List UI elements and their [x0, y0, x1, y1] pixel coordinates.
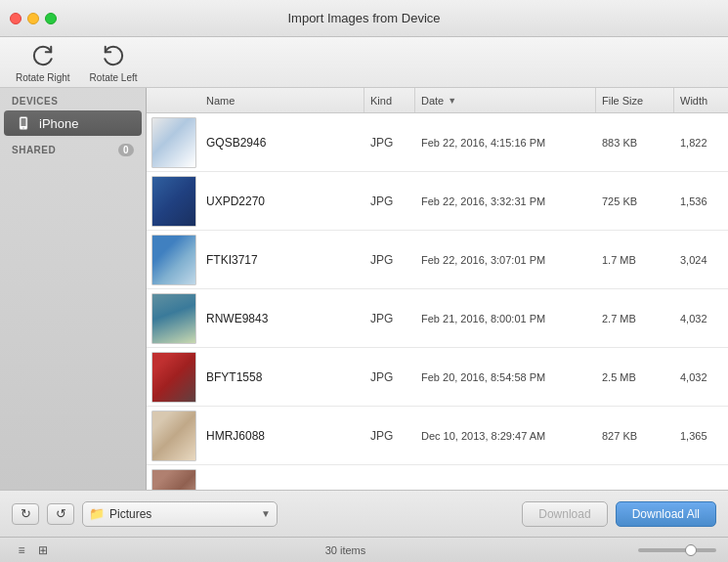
thumbnail-image [151, 352, 196, 403]
cell-date: Feb 20, 2016, 8:54:58 PM [415, 371, 596, 383]
table-row[interactable]: HMRJ6088 JPG Dec 10, 2013, 8:29:47 AM 82… [147, 407, 728, 465]
cell-kind: JPG [364, 370, 415, 384]
folder-select[interactable]: 📁 Pictures ▼ [82, 501, 278, 527]
shared-section-header: SHARED 0 [0, 136, 146, 160]
cell-size: 2.7 MB [596, 313, 674, 324]
file-panel: Name Kind Date ▼ File Size Width GQSB294… [147, 88, 728, 490]
date-sort-arrow: ▼ [448, 96, 456, 106]
title-bar: Import Images from Device [0, 0, 728, 37]
cell-date: Feb 22, 2016, 3:32:31 PM [415, 195, 596, 207]
cell-width: 1,822 [674, 137, 728, 149]
cell-kind: JPG [364, 253, 415, 267]
cell-name: RNWE9843 [200, 312, 364, 325]
main-content: DEVICES iPhone SHARED 0 Name [0, 88, 728, 490]
folder-icon: 📁 [89, 506, 105, 521]
thumbnail-image [151, 293, 196, 344]
folder-select-label: Pictures [109, 507, 256, 521]
table-body: GQSB2946 JPG Feb 22, 2016, 4:15:16 PM 88… [147, 113, 728, 490]
table-row[interactable]: GQSB2946 JPG Feb 22, 2016, 4:15:16 PM 88… [147, 113, 728, 172]
svg-point-2 [22, 127, 24, 129]
rotate-left-button[interactable]: Rotate Left [90, 42, 138, 83]
cell-thumbnail [147, 172, 200, 231]
cell-width: 1,536 [674, 195, 728, 207]
col-width[interactable]: Width [674, 88, 728, 112]
table-header: Name Kind Date ▼ File Size Width [147, 88, 728, 113]
view-buttons: ≡ ⊞ [12, 542, 53, 558]
svg-rect-1 [21, 118, 26, 126]
maximize-button[interactable] [45, 13, 57, 24]
table-row[interactable]: BFYT1558 JPG Feb 20, 2016, 8:54:58 PM 2.… [147, 348, 728, 407]
cell-date: Feb 21, 2016, 8:00:01 PM [415, 313, 596, 324]
cell-width: 3,024 [674, 254, 728, 266]
bottom-bar: ↻ ↺ 📁 Pictures ▼ Download Download All [0, 490, 728, 537]
zoom-thumb[interactable] [685, 544, 697, 556]
col-name[interactable]: Name [200, 88, 364, 112]
sidebar-item-iphone[interactable]: iPhone [4, 110, 142, 136]
devices-section-header: DEVICES [0, 88, 146, 110]
table-row[interactable]: RNWE9843 JPG Feb 21, 2016, 8:00:01 PM 2.… [147, 289, 728, 348]
rotate-ccw-small-button[interactable]: ↺ [47, 503, 74, 525]
cell-kind: JPG [364, 429, 415, 443]
col-date[interactable]: Date ▼ [415, 88, 596, 112]
devices-label: DEVICES [12, 96, 58, 107]
rotate-right-button[interactable]: Rotate Right [16, 42, 70, 83]
cell-date: Feb 22, 2016, 4:15:16 PM [415, 137, 596, 149]
cell-name: BFYT1558 [200, 370, 364, 384]
minimize-button[interactable] [27, 13, 39, 24]
rotate-right-icon [29, 42, 57, 69]
cell-thumbnail [147, 231, 200, 289]
window-title: Import Images from Device [287, 11, 440, 25]
download-button[interactable]: Download [522, 501, 607, 527]
thumbnail-image [151, 117, 196, 168]
cell-size: 827 KB [596, 430, 674, 442]
table-row[interactable]: UXPD2270 JPG Feb 22, 2016, 3:32:31 PM 72… [147, 172, 728, 231]
cell-size: 725 KB [596, 195, 674, 207]
cell-thumbnail [147, 289, 200, 348]
cell-date: Feb 22, 2016, 3:07:01 PM [415, 254, 596, 266]
rotate-right-label: Rotate Right [16, 72, 70, 83]
cell-size: 883 KB [596, 137, 674, 149]
toolbar: Rotate Right Rotate Left [0, 37, 728, 88]
close-button[interactable] [10, 13, 21, 24]
cell-kind: JPG [364, 136, 415, 150]
rotate-left-label: Rotate Left [90, 72, 138, 83]
status-items-count: 30 items [63, 544, 628, 556]
cell-width: 4,032 [674, 371, 728, 383]
cell-kind: JPG [364, 312, 415, 325]
folder-chevron-icon: ▼ [261, 508, 271, 519]
rotate-left-icon [100, 42, 127, 69]
rotate-cw-small-button[interactable]: ↻ [12, 503, 39, 525]
cell-size: 1.7 MB [596, 254, 674, 266]
shared-badge: 0 [118, 144, 134, 156]
cell-name: HMRJ6088 [200, 429, 364, 443]
thumbnail-image [151, 411, 196, 461]
col-kind[interactable]: Kind [364, 88, 415, 112]
thumbnail-image [151, 469, 196, 491]
download-all-button[interactable]: Download All [616, 501, 716, 527]
status-bar: ≡ ⊞ 30 items [0, 537, 728, 562]
thumbnail-image [151, 176, 196, 227]
cell-thumbnail [147, 407, 200, 465]
cell-name: FTKI3717 [200, 253, 364, 267]
shared-label: SHARED [12, 145, 56, 155]
cell-width: 4,032 [674, 313, 728, 324]
zoom-slider[interactable] [638, 548, 716, 552]
col-file-size[interactable]: File Size [596, 88, 674, 112]
sidebar-iphone-label: iPhone [39, 116, 78, 131]
table-row[interactable]: AFER4024 JPG Dec 10, 2013, 8:22:07 AM 75… [147, 465, 728, 490]
cell-thumbnail [147, 465, 200, 491]
cell-thumbnail [147, 348, 200, 407]
cell-name: UXPD2270 [200, 195, 364, 208]
iphone-icon [16, 115, 31, 131]
cell-date: Dec 10, 2013, 8:29:47 AM [415, 430, 596, 442]
cell-name: GQSB2946 [200, 136, 364, 150]
traffic-lights [10, 13, 57, 24]
cell-kind: JPG [364, 195, 415, 208]
list-view-button[interactable]: ≡ [12, 542, 31, 558]
sidebar: DEVICES iPhone SHARED 0 [0, 88, 147, 490]
cell-width: 1,365 [674, 430, 728, 442]
grid-view-button[interactable]: ⊞ [33, 542, 53, 558]
thumbnail-image [151, 235, 196, 285]
cell-size: 2.5 MB [596, 371, 674, 383]
table-row[interactable]: FTKI3717 JPG Feb 22, 2016, 3:07:01 PM 1.… [147, 231, 728, 289]
